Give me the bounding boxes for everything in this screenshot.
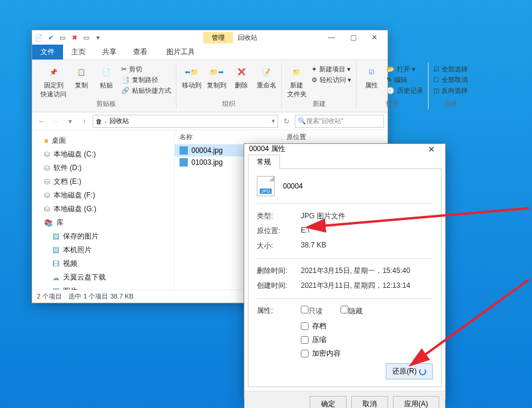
tab-picture-tools[interactable]: 图片工具 xyxy=(158,45,203,59)
copy-button[interactable]: 📋复制 xyxy=(71,65,92,90)
delete-button[interactable]: ✕删除 xyxy=(231,65,251,90)
search-box[interactable]: 🔍 搜索"回收站" xyxy=(295,115,384,128)
nav-lib[interactable]: 📚库 xyxy=(32,216,174,230)
moveto-button[interactable]: ⬅📁移动到 xyxy=(181,65,202,90)
nav-camera[interactable]: 🖼本机照片 xyxy=(32,243,174,257)
edit-button[interactable]: ✎ 编辑 xyxy=(386,76,423,84)
ribbon: 📌固定到 快速访问 📋复制 📄粘贴 ✂ 剪切 📑 复制路径 🔗 粘贴快捷方式 剪… xyxy=(32,60,388,112)
close-button[interactable]: ✕ xyxy=(364,31,385,44)
nav-pictures[interactable]: 🖼图片 xyxy=(32,284,174,290)
col-orig[interactable]: 原位置 xyxy=(282,130,311,144)
rename-button[interactable]: 📝重命名 xyxy=(256,65,276,90)
address-path: 回收站 xyxy=(109,117,129,125)
cut-button[interactable]: ✂ 剪切 xyxy=(121,65,171,74)
paste-button[interactable]: 📄粘贴 xyxy=(96,65,117,90)
orig-value: E:\ xyxy=(301,226,310,236)
newitem-button[interactable]: ✦ 新建项目 ▾ xyxy=(311,65,351,74)
nav-forward-button[interactable]: → xyxy=(50,115,62,127)
tab-home[interactable]: 主页 xyxy=(63,45,94,59)
ribbon-group-clipboard: 📌固定到 快速访问 📋复制 📄粘贴 ✂ 剪切 📑 复制路径 🔗 粘贴快捷方式 剪… xyxy=(36,62,177,109)
restore-button[interactable]: 还原(R) xyxy=(386,363,433,379)
nav-fdrive[interactable]: ⛁本地磁盘 (F:) xyxy=(32,189,174,202)
deltime-value: 2021年3月15日, 星期一，15:45:40 xyxy=(301,266,410,276)
dialog-footer: 确定 取消 应用(A) xyxy=(244,391,445,408)
dialog-title: 00004 属性 xyxy=(249,144,285,154)
ok-button[interactable]: 确定 xyxy=(310,396,347,408)
attr-label: 属性: xyxy=(257,306,289,316)
attr-hidden[interactable]: 隐藏 xyxy=(341,306,363,316)
nav-history-button[interactable]: ▾ xyxy=(64,115,76,127)
group-label-clipboard: 剪贴板 xyxy=(40,99,171,109)
nav-desktop[interactable]: ■桌面 xyxy=(32,134,174,147)
qat-icon[interactable]: 📄 xyxy=(34,33,43,42)
qat-undo-icon[interactable]: ✖ xyxy=(70,33,78,42)
size-value: 38.7 KB xyxy=(301,241,326,251)
properties-button[interactable]: ☑属性 xyxy=(361,65,382,90)
history-button[interactable]: 🕘 历史记录 xyxy=(386,86,423,95)
list-header: 名称 原位置 xyxy=(175,130,388,145)
nav-video[interactable]: 🎞视频 xyxy=(32,257,174,271)
invertselect-button[interactable]: ◫ 反向选择 xyxy=(433,86,468,95)
properties-dialog: 00004 属性 ✕ 常规 JPG 00004 类型:JPG 图片文件 原位置:… xyxy=(244,143,446,399)
address-bar[interactable]: 🗑 › 回收站 ▾ xyxy=(93,115,278,128)
tab-share[interactable]: 共享 xyxy=(94,45,125,59)
minimize-button[interactable]: — xyxy=(321,31,342,44)
group-label-organize: 组织 xyxy=(181,99,276,109)
createtime-label: 创建时间: xyxy=(257,281,289,291)
attr-encrypt[interactable]: 加密内容 xyxy=(301,349,433,359)
filename-label: 00004 xyxy=(283,182,303,190)
nav-soft[interactable]: ⛁软件 (D:) xyxy=(32,161,174,175)
recycle-bin-icon: 🗑 xyxy=(96,118,102,125)
nav-cdrive[interactable]: ⛁本地磁盘 (C:) xyxy=(32,147,174,161)
selectnone-button[interactable]: ☐ 全部取消 xyxy=(433,76,468,84)
manage-contextual-tab[interactable]: 管理 xyxy=(203,32,233,43)
dialog-titlebar: 00004 属性 ✕ xyxy=(244,144,445,154)
dialog-close-button[interactable]: ✕ xyxy=(423,145,440,154)
nav-docE[interactable]: ⛁文档 (E:) xyxy=(32,175,174,189)
nav-saved[interactable]: 🖼保存的图片 xyxy=(32,230,174,243)
group-label-new: 新建 xyxy=(287,99,351,109)
ribbon-group-new: 📁新建 文件夹 ✦ 新建项目 ▾ ⚙ 轻松访问 ▾ 新建 xyxy=(282,62,357,109)
copyto-button[interactable]: 📁➡复制到 xyxy=(206,65,226,90)
apply-button[interactable]: 应用(A) xyxy=(393,396,439,408)
address-bar-row: ← → ▾ ↑ 🗑 › 回收站 ▾ ↻ 🔍 搜索"回收站" xyxy=(32,112,388,130)
attr-archive[interactable]: 存档 xyxy=(301,321,433,331)
easyaccess-button[interactable]: ⚙ 轻松访问 ▾ xyxy=(311,76,351,84)
nav-up-button[interactable]: ↑ xyxy=(78,115,90,127)
tab-view[interactable]: 查看 xyxy=(125,45,156,59)
dialog-tabs: 常规 xyxy=(244,154,445,168)
pasteshortcut-button[interactable]: 🔗 粘贴快捷方式 xyxy=(121,86,171,95)
file-type-icon: JPG xyxy=(257,176,275,196)
nav-tdownload[interactable]: ☁天翼云盘下载 xyxy=(32,271,174,284)
title-bar: 📄 ✔ ▭ ✖ ▭ ▾ 管理 回收站 — ▢ ✕ xyxy=(32,30,388,45)
open-button[interactable]: 📂 打开 ▾ xyxy=(386,65,423,74)
attr-compress[interactable]: 压缩 xyxy=(301,335,433,345)
qat-doc2-icon[interactable]: ▭ xyxy=(82,33,90,42)
group-label-select: 选择 xyxy=(433,99,468,109)
maximize-button[interactable]: ▢ xyxy=(342,31,364,44)
tab-file[interactable]: 文件 xyxy=(32,45,63,59)
nav-pane: ■桌面 ⛁本地磁盘 (C:) ⛁软件 (D:) ⛁文档 (E:) ⛁本地磁盘 (… xyxy=(32,130,175,290)
dialog-body: JPG 00004 类型:JPG 图片文件 原位置:E:\ 大小:38.7 KB… xyxy=(248,168,442,387)
ribbon-tabs: 文件 主页 共享 查看 图片工具 xyxy=(32,45,388,60)
newfolder-button[interactable]: 📁新建 文件夹 xyxy=(287,65,307,99)
qat-dropdown-icon[interactable]: ▾ xyxy=(94,33,102,42)
pin-button[interactable]: 📌固定到 快速访问 xyxy=(40,65,67,99)
attr-readonly[interactable]: 只读 xyxy=(301,306,323,316)
copypath-button[interactable]: 📑 复制路径 xyxy=(121,76,171,84)
qat-doc-icon[interactable]: ▭ xyxy=(58,33,67,42)
nav-gdrive[interactable]: ⛁本地磁盘 (G:) xyxy=(32,202,174,216)
orig-label: 原位置: xyxy=(257,226,289,236)
createtime-value: 2021年3月11日, 星期四，12:13:14 xyxy=(301,281,410,291)
qat-save-icon[interactable]: ✔ xyxy=(46,33,55,42)
col-name[interactable]: 名称 xyxy=(175,130,282,144)
ribbon-group-organize: ⬅📁移动到 📁➡复制到 ✕删除 📝重命名 组织 xyxy=(177,62,282,109)
selectall-button[interactable]: ☑ 全部选择 xyxy=(433,65,468,74)
tab-general[interactable]: 常规 xyxy=(248,155,280,169)
ribbon-group-open: ☑属性 📂 打开 ▾ ✎ 编辑 🕘 历史记录 打开 xyxy=(357,62,429,109)
busy-icon xyxy=(419,368,426,375)
ribbon-group-select: ☑ 全部选择 ☐ 全部取消 ◫ 反向选择 选择 xyxy=(429,62,473,109)
cancel-button[interactable]: 取消 xyxy=(351,396,388,408)
nav-back-button[interactable]: ← xyxy=(36,115,48,127)
refresh-button[interactable]: ↻ xyxy=(281,115,292,127)
